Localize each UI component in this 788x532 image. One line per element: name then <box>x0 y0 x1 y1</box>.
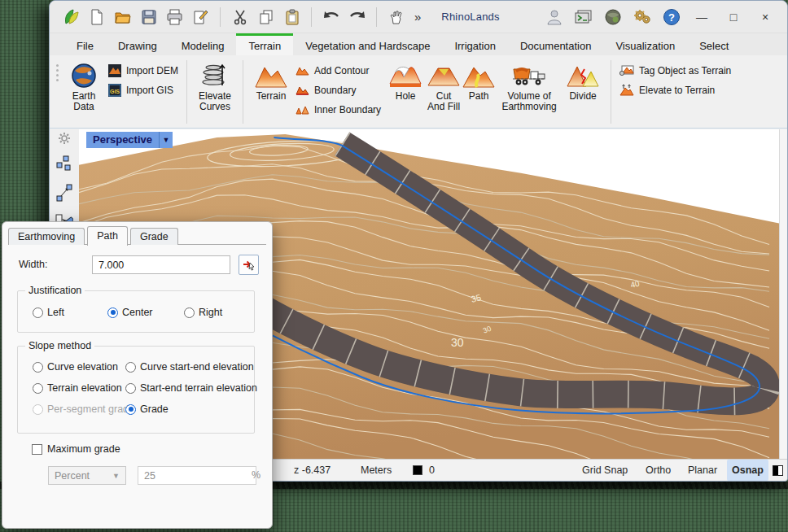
hole-label: Hole <box>396 91 416 102</box>
radio-start-end-terrain-elevation[interactable]: Start-end terrain elevation <box>125 382 257 394</box>
cut-button[interactable] <box>229 6 251 28</box>
earth-data-button[interactable]: Earth Data <box>62 58 106 126</box>
divide-button[interactable]: Divide <box>561 58 605 126</box>
minimize-button[interactable]: — <box>690 7 714 28</box>
width-input[interactable] <box>92 255 230 274</box>
hole-button[interactable]: Hole <box>383 58 427 126</box>
pick-on-screen-button[interactable] <box>239 255 259 275</box>
cut-and-fill-button[interactable]: Cut And Fill <box>427 58 460 126</box>
settings-gears-icon[interactable] <box>631 6 653 28</box>
radio-right[interactable]: Right <box>184 307 222 318</box>
viewport-display-icon[interactable] <box>773 460 783 481</box>
divide-icon <box>567 61 599 89</box>
tag-object-as-terrain-icon <box>619 64 634 76</box>
elevate-curves-icon <box>201 61 229 89</box>
radio-circle-selected[interactable] <box>125 404 136 415</box>
width-label: Width: <box>19 259 47 270</box>
save-button[interactable] <box>138 6 160 28</box>
copy-button[interactable] <box>255 6 277 28</box>
volume-of-earthmoving-button[interactable]: Volume of Earthmoving <box>497 58 561 126</box>
toggle-ortho[interactable]: Ortho <box>641 460 676 481</box>
more-tools-button[interactable]: » <box>411 10 424 24</box>
dialog-tab-earthmoving[interactable]: Earthmoving <box>8 228 85 245</box>
tab-select[interactable]: Select <box>687 33 741 55</box>
radio-circle[interactable] <box>33 383 43 394</box>
ribbon-grip <box>55 58 62 126</box>
help-icon[interactable]: ? <box>660 6 682 28</box>
dialog-tab-grade[interactable]: Grade <box>130 228 178 245</box>
maximum-grade-checkbox[interactable] <box>32 444 42 455</box>
edit-points-tool-icon[interactable] <box>56 155 72 177</box>
undo-button[interactable] <box>320 6 342 28</box>
tab-vegetation-and-hardscape[interactable]: Vegetation and Hardscape <box>293 33 442 55</box>
maximize-button[interactable]: □ <box>721 7 746 28</box>
dialog-tab-path[interactable]: Path <box>87 226 128 246</box>
radio-circle[interactable] <box>125 383 136 394</box>
tab-file[interactable]: File <box>64 33 106 55</box>
elevate-curves-button[interactable]: Elevate Curves <box>193 58 237 126</box>
paste-button[interactable] <box>281 6 303 28</box>
viewport-right-scrollbar[interactable] <box>779 129 787 459</box>
toggle-grid-snap[interactable]: Grid Snap <box>577 460 633 481</box>
print-button[interactable] <box>164 6 186 28</box>
add-contour-label: Add Contour <box>314 65 369 76</box>
new-file-button[interactable] <box>85 6 107 28</box>
radio-circle[interactable] <box>125 362 136 373</box>
toggle-planar[interactable]: Planar <box>683 460 722 481</box>
tab-irrigation[interactable]: Irrigation <box>442 33 508 55</box>
add-contour-button[interactable]: Add Contour <box>293 63 383 78</box>
tab-modeling[interactable]: Modeling <box>169 33 237 55</box>
tab-documentation[interactable]: Documentation <box>508 33 603 55</box>
toggle-osnap[interactable]: Osnap <box>727 460 768 481</box>
elevate-to-terrain-button[interactable]: Elevate to Terrain <box>617 82 733 98</box>
grade-unit-select: Percent ▼ <box>48 466 126 485</box>
terrain-tools-group: Tag Object as Terrain Elevate to Terrain <box>617 58 733 126</box>
radio-center[interactable]: Center <box>107 307 153 318</box>
import-group: Import DEM GIS Import GIS <box>106 58 181 126</box>
dialog-tab-bar: Earthmoving Path Grade <box>8 226 266 245</box>
radio-circle[interactable] <box>184 307 195 318</box>
inner-boundary-button[interactable]: Inner Boundary <box>293 102 383 117</box>
terrain-icon <box>255 61 287 89</box>
edit-note-button[interactable] <box>190 6 212 28</box>
slope-method-group: Slope method Curve elevation Curve start… <box>17 346 255 434</box>
radio-curve-start-end-elevation[interactable]: Curve start-end elevation <box>125 361 254 373</box>
path-label: Path <box>469 91 489 102</box>
dump-truck-icon <box>511 61 547 89</box>
radio-circle[interactable] <box>33 362 43 373</box>
maximum-grade-row[interactable]: Maximum grade <box>32 443 120 455</box>
layer-color-swatch[interactable] <box>413 460 422 481</box>
world-globe-icon[interactable] <box>602 6 624 28</box>
command-console-icon[interactable] <box>572 6 594 28</box>
tab-drawing[interactable]: Drawing <box>106 33 169 55</box>
close-button[interactable]: × <box>753 7 777 28</box>
move-scale-tool-icon[interactable] <box>56 184 72 205</box>
boundary-button[interactable]: Boundary <box>293 82 383 98</box>
status-units[interactable]: Meters <box>361 460 392 481</box>
import-gis-button[interactable]: GIS Import GIS <box>106 82 181 98</box>
cut-and-fill-icon <box>427 61 460 89</box>
radio-terrain-elevation[interactable]: Terrain elevation <box>33 382 122 394</box>
tab-terrain[interactable]: Terrain <box>236 33 293 55</box>
panel-gear-icon[interactable] <box>58 132 71 148</box>
radio-circle-selected[interactable] <box>107 307 118 318</box>
contour-group: Add Contour Boundary Inner Boundary <box>293 58 383 126</box>
boundary-label: Boundary <box>314 85 356 96</box>
tag-object-as-terrain-button[interactable]: Tag Object as Terrain <box>617 63 733 78</box>
viewport-dropdown-icon[interactable]: ▼ <box>159 132 173 148</box>
import-dem-button[interactable]: Import DEM <box>106 63 181 78</box>
status-layer-name[interactable]: 0 <box>429 460 435 481</box>
pan-hand-button[interactable] <box>385 6 407 28</box>
tab-visualization[interactable]: Visualization <box>603 33 687 55</box>
radio-curve-elevation[interactable]: Curve elevation <box>33 361 118 373</box>
radio-circle[interactable] <box>33 307 43 318</box>
viewport-label[interactable]: Perspective ▼ <box>86 132 173 148</box>
redo-button[interactable] <box>346 6 368 28</box>
import-gis-label: Import GIS <box>126 85 173 96</box>
radio-grade[interactable]: Grade <box>125 403 169 415</box>
radio-left[interactable]: Left <box>33 307 64 318</box>
path-button[interactable]: Path <box>460 58 497 126</box>
account-user-icon[interactable] <box>543 6 565 28</box>
terrain-button[interactable]: Terrain <box>249 58 293 126</box>
open-file-button[interactable] <box>112 6 134 28</box>
